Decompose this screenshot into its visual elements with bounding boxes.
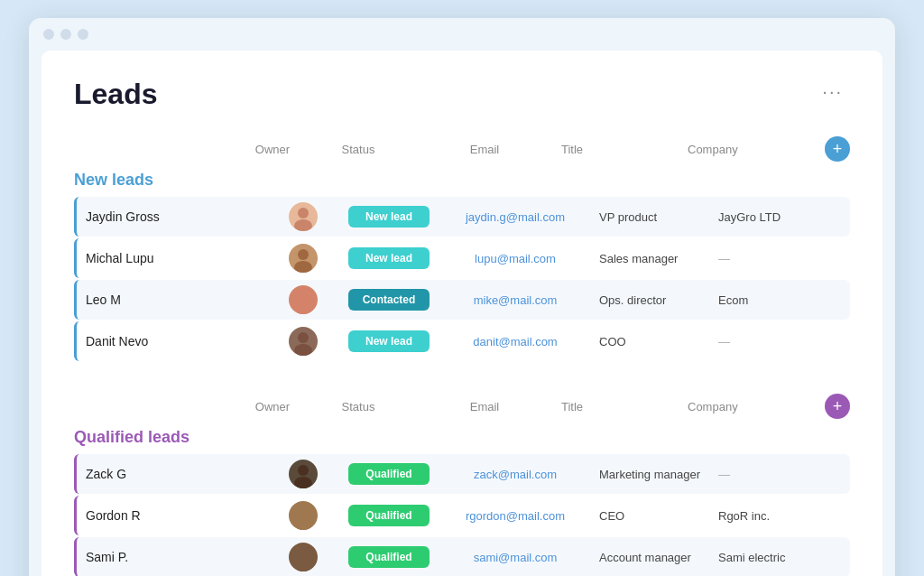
status-badge: New lead [348, 247, 430, 269]
status-badge: New lead [348, 206, 430, 228]
table-row[interactable]: Sami P. Qualified sami@mail.com Account … [74, 537, 850, 576]
svg-point-13 [294, 560, 312, 571]
lead-email[interactable]: jaydin.g@mail.com [439, 210, 592, 224]
avatar [289, 327, 318, 356]
col-header-owner: Owner [236, 400, 309, 413]
table-row[interactable]: Jaydin Gross New lead jaydin.g@mail.com … [74, 197, 850, 237]
col-header-title: Title [561, 400, 688, 413]
lead-email[interactable]: rgordon@mail.com [439, 509, 592, 523]
lead-email[interactable]: mike@mail.com [439, 293, 592, 307]
avatar [289, 202, 318, 231]
page-title: Leads [74, 78, 157, 111]
col-header-email: Email [408, 400, 561, 413]
avatar [289, 244, 318, 273]
lead-title: Ops. director [592, 293, 718, 307]
table-row[interactable]: Gordon R Qualified rgordon@mail.com CEO … [74, 496, 850, 535]
svg-point-1 [294, 219, 312, 231]
lead-name: Leo M [86, 293, 267, 307]
svg-point-4 [298, 291, 309, 302]
lead-email[interactable]: lupu@mail.com [439, 252, 592, 265]
lead-title: Marketing manager [592, 468, 718, 481]
new-leads-header: Owner Status Email Title Company + [74, 136, 850, 162]
lead-owner [267, 460, 339, 488]
status-badge: Qualified [348, 505, 430, 526]
lead-status: Qualified [339, 505, 439, 526]
avatar [289, 285, 318, 314]
svg-point-2 [298, 249, 309, 260]
table-row[interactable]: Zack G Qualified zack@mail.com Marketing… [74, 454, 850, 494]
lead-name: Danit Nevo [86, 334, 267, 348]
new-leads-section: Owner Status Email Title Company + New l… [74, 136, 850, 361]
col-header-email: Email [408, 143, 561, 156]
qualified-leads-section: Owner Status Email Title Company + Quali… [74, 394, 850, 576]
lead-owner [267, 285, 339, 314]
lead-email[interactable]: danit@mail.com [439, 335, 592, 348]
col-header-company: Company [688, 143, 787, 156]
lead-title: CEO [592, 509, 718, 523]
qualified-leads-title: Qualified leads [74, 428, 850, 447]
lead-company: — [718, 252, 818, 265]
lead-title: VP product [592, 210, 718, 224]
lead-company: JayGro LTD [718, 210, 818, 224]
add-new-lead-button[interactable]: + [825, 136, 850, 162]
titlebar-dot-1 [43, 29, 54, 40]
lead-owner [267, 202, 339, 231]
svg-point-6 [298, 332, 309, 343]
avatar [289, 460, 318, 488]
lead-status: New lead [339, 247, 439, 269]
svg-point-3 [294, 261, 312, 273]
new-leads-table: Jaydin Gross New lead jaydin.g@mail.com … [74, 197, 850, 361]
svg-point-7 [294, 344, 312, 356]
more-options-button[interactable]: ··· [815, 78, 850, 106]
table-row[interactable]: Michal Lupu New lead lupu@mail.com Sales… [74, 238, 850, 278]
new-leads-title: New leads [74, 171, 850, 190]
avatar [289, 543, 318, 571]
lead-name: Sami P. [86, 550, 267, 564]
svg-point-10 [298, 506, 309, 517]
avatar [289, 501, 318, 530]
qualified-leads-table: Zack G Qualified zack@mail.com Marketing… [74, 454, 850, 576]
new-leads-col-headers: Owner Status Email Title Company [74, 139, 819, 160]
svg-point-8 [298, 465, 309, 476]
lead-email[interactable]: sami@mail.com [439, 551, 592, 564]
col-header-owner: Owner [236, 143, 309, 156]
lead-company: — [718, 468, 818, 481]
svg-point-0 [298, 208, 309, 218]
titlebar-dot-3 [78, 29, 88, 40]
lead-name: Gordon R [86, 508, 267, 523]
lead-title: ׂCOO [592, 335, 718, 348]
lead-company: Sami electric [718, 551, 818, 564]
col-header-name [83, 400, 236, 413]
col-header-status: Status [309, 400, 408, 413]
col-header-title: Title [561, 143, 688, 156]
add-qualified-lead-button[interactable]: + [825, 394, 850, 419]
lead-title: Sales manager [592, 252, 718, 265]
page-header: Leads ··· [74, 78, 850, 111]
lead-status: New lead [339, 330, 439, 352]
lead-status: Qualified [339, 546, 439, 568]
col-header-add [787, 400, 819, 413]
qualified-leads-header: Owner Status Email Title Company + [74, 394, 850, 419]
status-badge: Contacted [348, 289, 430, 311]
svg-point-12 [298, 548, 309, 559]
lead-name: Jaydin Gross [86, 209, 267, 224]
status-badge: Qualified [348, 463, 430, 485]
lead-company: — [718, 335, 818, 348]
lead-name: Zack G [86, 467, 267, 481]
table-row[interactable]: Leo M Contacted mike@mail.com Ops. direc… [74, 280, 850, 320]
col-header-company: Company [688, 400, 787, 413]
main-content: Leads ··· Owner Status Email Title Compa… [42, 51, 882, 576]
app-window: Leads ··· Owner Status Email Title Compa… [29, 18, 895, 576]
lead-owner [267, 244, 339, 273]
col-header-status: Status [309, 143, 408, 156]
lead-name: Michal Lupu [86, 251, 267, 265]
lead-email[interactable]: zack@mail.com [439, 468, 592, 481]
col-header-add [787, 143, 819, 156]
svg-point-9 [294, 477, 312, 488]
lead-status: New lead [339, 206, 439, 228]
qualified-leads-col-headers: Owner Status Email Title Company [74, 396, 819, 417]
table-row[interactable]: Danit Nevo New lead danit@mail.com ׂCOO … [74, 321, 850, 361]
lead-owner [267, 327, 339, 356]
svg-point-11 [294, 518, 312, 530]
lead-company: Ecom [718, 293, 818, 307]
